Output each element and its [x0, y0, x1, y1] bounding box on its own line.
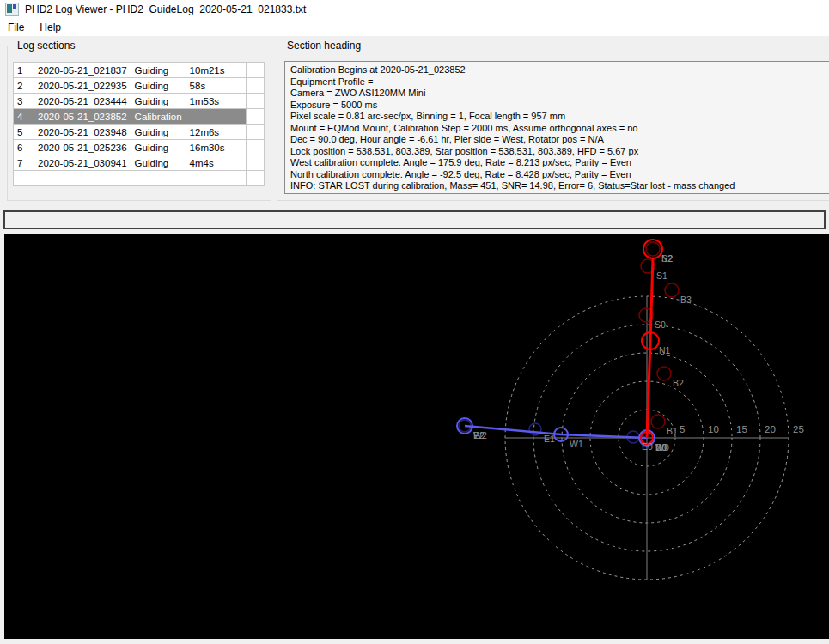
- cal-point-label-B1: B1: [667, 426, 678, 436]
- phd2-log-viewer-window: { "window": { "title": "PHD2 Log Viewer …: [0, 0, 829, 644]
- range-selector-bar[interactable]: [3, 210, 826, 229]
- cal-point-label-N2: N2: [661, 253, 674, 264]
- log-section-row[interactable]: 22020-05-21_022935Guiding58s: [14, 78, 265, 94]
- menu-item-help[interactable]: Help: [32, 20, 69, 36]
- log-section-row[interactable]: 52020-05-21_023948Guiding12m6s: [14, 125, 265, 140]
- menu-item-file[interactable]: File: [0, 20, 32, 36]
- log-section-row[interactable]: 42020-05-21_023852Calibration: [14, 109, 265, 125]
- heading-line: Exposure = 5000 ms: [290, 100, 829, 112]
- calibration-plot[interactable]: 510152025E2E1E0S2S1S0B0B1B2B3W0W1W2N0N1N…: [4, 234, 829, 639]
- log-sections-body: 12020-05-21_021837Guiding10m21s22020-05-…: [14, 63, 265, 186]
- log-section-row[interactable]: 62020-05-21_025236Guiding16m30s: [14, 140, 265, 155]
- cal-point-label-E1: E1: [544, 434, 555, 444]
- heading-line: North calibration complete. Angle = -92.…: [290, 169, 829, 181]
- heading-line: Equipment Profile =: [290, 76, 829, 88]
- cal-point-label-S0: S0: [655, 319, 666, 330]
- heading-line: Calibration Begins at 2020-05-21_023852: [290, 64, 829, 76]
- log-section-row[interactable]: 72020-05-21_030941Guiding4m4s: [14, 155, 265, 171]
- plot-background: [4, 234, 829, 639]
- axis-tick-label-20: 20: [765, 424, 776, 434]
- log-sections-label: Log sections: [14, 39, 78, 52]
- section-heading-groupbox: Section heading Calibration Begins at 20…: [277, 46, 829, 201]
- log-section-row[interactable]: 12020-05-21_021837Guiding10m21s: [14, 63, 265, 78]
- cal-point-label-N1: N1: [659, 345, 671, 355]
- log-sections-groupbox: Log sections 12020-05-21_021837Guiding10…: [7, 46, 271, 201]
- heading-line: Lock position = 538.531, 803.389, Star p…: [290, 146, 829, 158]
- section-heading-text: Calibration Begins at 2020-05-21_023852E…: [284, 61, 829, 194]
- title-bar: PHD2 Log Viewer - PHD2_GuideLog_2020-05-…: [0, 0, 829, 19]
- window-title: PHD2 Log Viewer - PHD2_GuideLog_2020-05-…: [25, 3, 306, 15]
- section-heading-label: Section heading: [283, 39, 364, 52]
- log-section-row[interactable]: [14, 171, 265, 186]
- heading-line: Pixel scale = 0.81 arc-sec/px, Binning =…: [290, 111, 829, 123]
- axis-tick-label-5: 5: [680, 424, 685, 434]
- menu-bar: FileHelp: [0, 19, 829, 36]
- cal-point-label-B2: B2: [673, 378, 684, 388]
- heading-line: INFO: STAR LOST during calibration, Mass…: [290, 180, 829, 192]
- cal-point-label-W1: W1: [570, 439, 583, 449]
- cal-point-label-N0: N0: [655, 442, 667, 453]
- heading-line: West calibration complete. Angle = 175.9…: [290, 157, 829, 169]
- log-section-row[interactable]: 32020-05-21_023444Guiding1m53s: [14, 94, 265, 109]
- heading-line: Camera = ZWO ASI120MM Mini: [290, 88, 829, 100]
- log-sections-table[interactable]: 12020-05-21_021837Guiding10m21s22020-05-…: [13, 62, 265, 186]
- cal-point-label-B3: B3: [680, 295, 692, 305]
- cal-point-label-E0: E0: [642, 441, 653, 452]
- axis-tick-label-10: 10: [708, 424, 719, 434]
- heading-line: Mount = EQMod Mount, Calibration Step = …: [290, 123, 829, 135]
- cal-point-label-S1: S1: [656, 270, 667, 281]
- heading-line: Dec = 90.0 deg, Hour angle = -6.61 hr, P…: [290, 134, 829, 146]
- axis-tick-label-25: 25: [793, 424, 804, 434]
- app-icon: [5, 3, 19, 16]
- cal-point-label-W2: W2: [473, 430, 487, 440]
- axis-tick-label-15: 15: [736, 424, 747, 434]
